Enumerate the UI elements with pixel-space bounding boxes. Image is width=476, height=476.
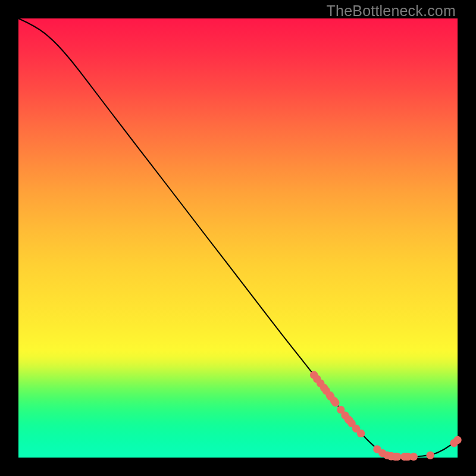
chart-container: TheBottleneck.com <box>0 0 476 476</box>
data-point-group <box>310 371 462 461</box>
watermark-text: TheBottleneck.com <box>327 4 456 18</box>
bottleneck-curve <box>18 18 458 456</box>
data-point <box>393 453 401 461</box>
data-point <box>331 399 339 406</box>
data-point <box>357 430 365 437</box>
data-point <box>427 452 434 459</box>
data-point <box>410 453 418 461</box>
chart-overlay <box>18 18 458 458</box>
data-point <box>453 436 461 444</box>
